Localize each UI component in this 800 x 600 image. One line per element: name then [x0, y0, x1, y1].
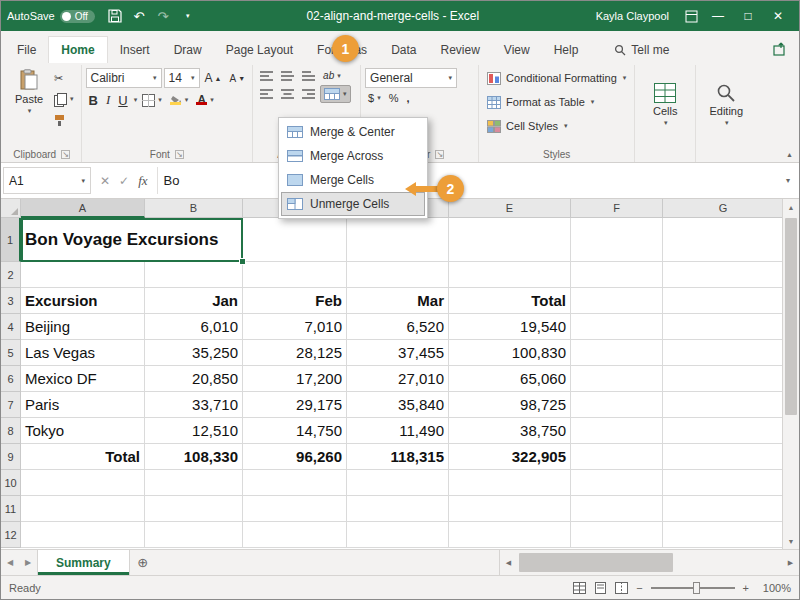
- cell-D11[interactable]: [347, 496, 449, 522]
- scroll-left-icon[interactable]: ◀: [500, 550, 517, 575]
- cell-E4[interactable]: 19,540: [449, 314, 571, 340]
- cell-F9[interactable]: [571, 444, 663, 470]
- cell-F6[interactable]: [571, 366, 663, 392]
- italic-button[interactable]: I: [103, 90, 113, 110]
- row-header-10[interactable]: 10: [1, 470, 21, 496]
- cell-B9[interactable]: 108,330: [145, 444, 243, 470]
- percent-style-button[interactable]: %: [386, 90, 402, 106]
- paste-button[interactable]: Paste ▾: [7, 66, 51, 147]
- scroll-right-icon[interactable]: ▶: [782, 550, 799, 575]
- orientation-button[interactable]: ab▾: [320, 68, 344, 83]
- format-as-table-button[interactable]: Format as Table ▾: [483, 90, 630, 114]
- cell-G3[interactable]: [663, 288, 784, 314]
- close-button[interactable]: ✕: [763, 1, 793, 31]
- cell-D3[interactable]: Mar: [347, 288, 449, 314]
- column-header-E[interactable]: E: [449, 199, 571, 218]
- tab-insert[interactable]: Insert: [108, 37, 162, 63]
- cell-G1[interactable]: [663, 218, 784, 262]
- minimize-button[interactable]: —: [703, 1, 733, 31]
- cell-E5[interactable]: 100,830: [449, 340, 571, 366]
- row-header-7[interactable]: 7: [1, 392, 21, 418]
- row-header-8[interactable]: 8: [1, 418, 21, 444]
- zoom-level[interactable]: 100%: [757, 582, 791, 594]
- grow-font-button[interactable]: A▲: [202, 69, 225, 87]
- cell-E8[interactable]: 38,750: [449, 418, 571, 444]
- cell-E11[interactable]: [449, 496, 571, 522]
- cut-button[interactable]: ✂: [51, 69, 77, 87]
- tab-help[interactable]: Help: [542, 37, 591, 63]
- cell-B5[interactable]: 35,250: [145, 340, 243, 366]
- cell-A2[interactable]: [21, 262, 145, 288]
- row-header-6[interactable]: 6: [1, 366, 21, 392]
- row-header-3[interactable]: 3: [1, 288, 21, 314]
- cell-B6[interactable]: 20,850: [145, 366, 243, 392]
- cell-F12[interactable]: [571, 522, 663, 548]
- cell-A12[interactable]: [21, 522, 145, 548]
- merge-dropdown-icon[interactable]: ▾: [343, 90, 347, 98]
- sheet-nav-right-icon[interactable]: ▶: [19, 550, 37, 575]
- scroll-down-icon[interactable]: ▼: [783, 533, 799, 549]
- cell-styles-button[interactable]: Cell Styles ▾: [483, 114, 630, 138]
- cell-F10[interactable]: [571, 470, 663, 496]
- cell-F2[interactable]: [571, 262, 663, 288]
- align-center-button[interactable]: [278, 87, 297, 101]
- share-icon[interactable]: [773, 42, 787, 59]
- cell-C3[interactable]: Feb: [243, 288, 347, 314]
- cell-C5[interactable]: 28,125: [243, 340, 347, 366]
- cell-G10[interactable]: [663, 470, 784, 496]
- menu-item-merge-across[interactable]: Merge Across: [281, 144, 425, 168]
- expand-formula-bar-icon[interactable]: ▾: [779, 167, 797, 194]
- sheet-tab-summary[interactable]: Summary: [37, 550, 130, 575]
- column-header-F[interactable]: F: [571, 199, 663, 218]
- bottom-align-button[interactable]: [299, 69, 318, 83]
- cell-D5[interactable]: 37,455: [347, 340, 449, 366]
- collapse-ribbon-icon[interactable]: ▲: [786, 151, 793, 158]
- cell-B7[interactable]: 33,710: [145, 392, 243, 418]
- horizontal-scroll-thumb[interactable]: [519, 553, 673, 572]
- cell-D10[interactable]: [347, 470, 449, 496]
- page-break-view-icon[interactable]: [615, 582, 628, 594]
- page-layout-view-icon[interactable]: [594, 582, 607, 594]
- cell-B12[interactable]: [145, 522, 243, 548]
- maximize-button[interactable]: □: [733, 1, 763, 31]
- cell-G6[interactable]: [663, 366, 784, 392]
- column-header-A[interactable]: A: [21, 199, 145, 218]
- redo-icon[interactable]: ↷: [151, 4, 175, 28]
- cell-F7[interactable]: [571, 392, 663, 418]
- merge-and-center-button[interactable]: ▾: [320, 85, 351, 103]
- sheet-nav-left-icon[interactable]: ◀: [1, 550, 19, 575]
- number-dialog-launcher-icon[interactable]: ↘: [435, 150, 444, 159]
- middle-align-button[interactable]: [278, 69, 297, 83]
- bold-button[interactable]: B: [86, 91, 101, 110]
- autosave-toggle[interactable]: Off: [60, 10, 95, 23]
- cell-B8[interactable]: 12,510: [145, 418, 243, 444]
- cell-G8[interactable]: [663, 418, 784, 444]
- undo-icon[interactable]: ↶: [127, 4, 151, 28]
- cell-B4[interactable]: 6,010: [145, 314, 243, 340]
- comma-style-button[interactable]: ,: [404, 90, 413, 106]
- tab-review[interactable]: Review: [428, 37, 491, 63]
- ribbon-display-options-icon[interactable]: [679, 4, 703, 28]
- cell-D1[interactable]: [347, 218, 449, 262]
- cell-E6[interactable]: 65,060: [449, 366, 571, 392]
- align-left-button[interactable]: [257, 87, 276, 101]
- cell-C1[interactable]: [243, 218, 347, 262]
- quick-access-dropdown-icon[interactable]: ▾: [176, 4, 200, 28]
- font-dialog-launcher-icon[interactable]: ↘: [175, 150, 184, 159]
- vertical-scroll-thumb[interactable]: [785, 218, 797, 415]
- row-header-5[interactable]: 5: [1, 340, 21, 366]
- format-painter-button[interactable]: [51, 111, 77, 129]
- menu-item-merge-cells[interactable]: Merge Cells: [281, 168, 425, 192]
- new-sheet-icon[interactable]: ⊕: [130, 550, 156, 575]
- zoom-slider[interactable]: [651, 587, 735, 589]
- insert-function-icon[interactable]: fx: [138, 173, 147, 189]
- row-header-11[interactable]: 11: [1, 496, 21, 522]
- enter-icon[interactable]: ✓: [119, 174, 129, 188]
- menu-item-merge-and-center[interactable]: Merge & Center: [281, 120, 425, 144]
- align-right-button[interactable]: [299, 87, 318, 101]
- zoom-slider-thumb[interactable]: [693, 582, 700, 594]
- cell-D2[interactable]: [347, 262, 449, 288]
- cell-A5[interactable]: Las Vegas: [21, 340, 145, 366]
- cell-C7[interactable]: 29,175: [243, 392, 347, 418]
- cells-button[interactable]: Cells ▾: [639, 66, 691, 144]
